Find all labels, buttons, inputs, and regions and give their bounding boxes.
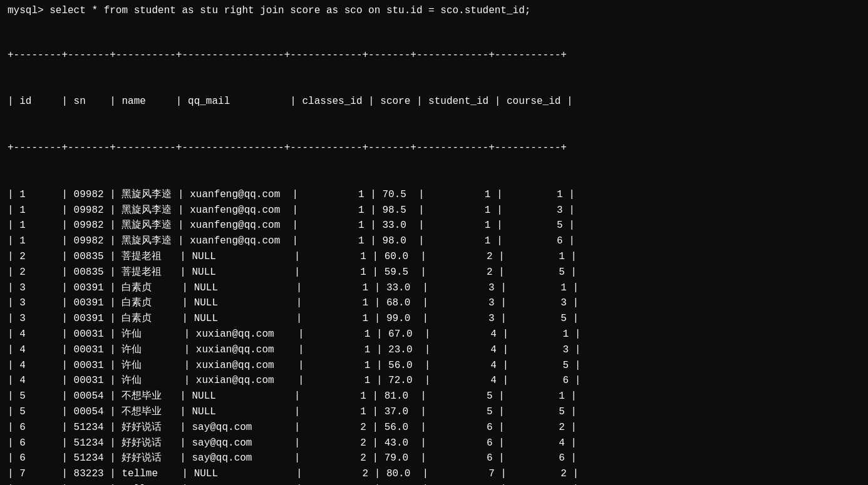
table-row: | 4 | 00031 | 许仙 | xuxian@qq.com | 1 | 5… bbox=[8, 358, 860, 374]
table-container: +--------+-------+----------+-----------… bbox=[8, 16, 860, 485]
separator-header: +--------+-------+----------+-----------… bbox=[8, 140, 860, 156]
table-header: | id | sn | name | qq_mail | classes_id … bbox=[8, 94, 860, 110]
separator-top: +--------+-------+----------+-----------… bbox=[8, 48, 860, 63]
terminal: mysql> select * from student as stu righ… bbox=[8, 5, 860, 485]
table-row: | 6 | 51234 | 好好说话 | say@qq.com | 2 | 43… bbox=[8, 436, 860, 451]
table-row: | 4 | 00031 | 许仙 | xuxian@qq.com | 1 | 7… bbox=[8, 373, 860, 389]
table-row: | 2 | 00835 | 菩提老祖 | NULL | 1 | 59.5 | 2… bbox=[8, 265, 860, 280]
table-row: | 3 | 00391 | 白素贞 | NULL | 1 | 33.0 | 3 … bbox=[8, 280, 860, 296]
table-row: | 1 | 09982 | 黑旋风李逵 | xuanfeng@qq.com | … bbox=[8, 218, 860, 233]
table-row: | 1 | 09982 | 黑旋风李逵 | xuanfeng@qq.com | … bbox=[8, 203, 860, 218]
table-row: | 5 | 00054 | 不想毕业 | NULL | 1 | 81.0 | 5… bbox=[8, 389, 860, 404]
table-row: | 3 | 00391 | 白素贞 | NULL | 1 | 68.0 | 3 … bbox=[8, 295, 860, 311]
table-row: | 1 | 09982 | 黑旋风李逵 | xuanfeng@qq.com | … bbox=[8, 187, 860, 203]
command-line: mysql> select * from student as stu righ… bbox=[8, 5, 860, 16]
table-row: | 3 | 00391 | 白素贞 | NULL | 1 | 99.0 | 3 … bbox=[8, 311, 860, 327]
table-row: | 4 | 00031 | 许仙 | xuxian@qq.com | 1 | 6… bbox=[8, 327, 860, 342]
table-row: | 4 | 00031 | 许仙 | xuxian@qq.com | 1 | 2… bbox=[8, 342, 860, 358]
table-rows: | 1 | 09982 | 黑旋风李逵 | xuanfeng@qq.com | … bbox=[8, 187, 860, 485]
table-row: | 7 | 83223 | tellme | NULL | 2 | 80.0 |… bbox=[8, 466, 860, 482]
table-row: | 2 | 00835 | 菩提老祖 | NULL | 1 | 60.0 | 2… bbox=[8, 249, 860, 265]
table-row: | 6 | 51234 | 好好说话 | say@qq.com | 2 | 56… bbox=[8, 420, 860, 436]
table-row: | 6 | 51234 | 好好说话 | say@qq.com | 2 | 79… bbox=[8, 451, 860, 466]
table-row: | 7 | 83223 | tellme | NULL | 2 | 92.0 |… bbox=[8, 482, 860, 485]
table-row: | 5 | 00054 | 不想毕业 | NULL | 1 | 37.0 | 5… bbox=[8, 404, 860, 420]
table-row: | 1 | 09982 | 黑旋风李逵 | xuanfeng@qq.com | … bbox=[8, 233, 860, 249]
